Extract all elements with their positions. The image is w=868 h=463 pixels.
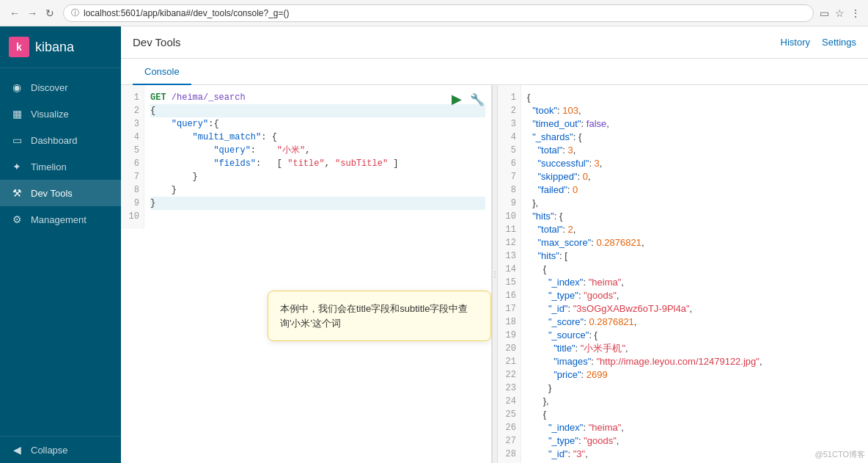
resp-line-10: "hits": { bbox=[527, 210, 862, 223]
response-code: { "took": 103, "timed_out": false, "_sha… bbox=[521, 85, 868, 463]
code-line-3: "query":{ bbox=[150, 117, 485, 131]
collapse-label: Collapse bbox=[31, 445, 68, 456]
resp-line-21: "images": "http://image.leyou.com/124791… bbox=[527, 355, 862, 368]
kibana-logo-text: kibana bbox=[35, 40, 74, 55]
resp-line-8: "failed": 0 bbox=[527, 183, 862, 197]
kibana-logo-icon: k bbox=[9, 37, 29, 57]
watermark: @51CTO博客 bbox=[815, 449, 865, 460]
security-icon: ⓘ bbox=[71, 7, 79, 18]
bookmark-icon[interactable]: ☆ bbox=[835, 7, 845, 19]
resp-line-22: "price": 2699 bbox=[527, 368, 862, 382]
page-title: Dev Tools bbox=[133, 36, 181, 48]
main-content: Dev Tools History Settings Console ▶ 🔧 bbox=[121, 26, 868, 463]
sidebar-label-visualize: Visualize bbox=[31, 109, 69, 120]
tabs-bar: Console bbox=[121, 59, 868, 85]
resp-line-11: "total": 2, bbox=[527, 223, 862, 236]
browser-bar: ← → ↻ ⓘ localhost:5601/app/kibana#/dev_t… bbox=[0, 0, 868, 26]
sidebar-item-timelion[interactable]: ✦ Timelion bbox=[0, 153, 121, 180]
management-icon: ⚙ bbox=[10, 214, 23, 225]
devtools-icon: ⚒ bbox=[10, 187, 23, 199]
menu-icon[interactable]: ⋮ bbox=[850, 7, 861, 19]
browser-actions: ▭ ☆ ⋮ bbox=[820, 7, 861, 19]
sidebar-item-discover[interactable]: ◉ Discover bbox=[0, 74, 121, 101]
resp-line-2: "took": 103, bbox=[527, 104, 862, 117]
top-bar-actions: History Settings bbox=[781, 37, 856, 48]
resp-line-13: "hits": [ bbox=[527, 249, 862, 263]
sidebar-label-devtools: Dev Tools bbox=[31, 188, 73, 199]
sidebar-logo: k kibana bbox=[0, 26, 121, 68]
editor-code-content: GET /heima/_search { "query":{ "multi_ma… bbox=[144, 85, 491, 229]
resp-line-23: } bbox=[527, 382, 862, 395]
resp-line-15: "_index": "heima", bbox=[527, 276, 862, 289]
visualize-icon: ▦ bbox=[10, 108, 23, 120]
sidebar-label-timelion: Timelion bbox=[31, 161, 67, 172]
browser-nav: ← → ↻ bbox=[7, 6, 57, 21]
refresh-button[interactable]: ↻ bbox=[43, 6, 57, 21]
code-line-2: { bbox=[150, 104, 485, 117]
sidebar-collapse-button[interactable]: ◀ Collapse bbox=[0, 436, 121, 463]
resp-line-3: "timed_out": false, bbox=[527, 117, 862, 131]
resp-line-12: "max_score": 0.2876821, bbox=[527, 236, 862, 249]
sidebar: k kibana ◉ Discover ▦ Visualize ▭ Dashbo… bbox=[0, 26, 121, 463]
tooltip-text: 本例中，我们会在title字段和subtitle字段中查询'小米'这个词 bbox=[280, 303, 468, 329]
back-button[interactable]: ← bbox=[7, 6, 22, 21]
discover-icon: ◉ bbox=[10, 81, 23, 93]
code-line-5: "query": "小米", bbox=[150, 144, 485, 157]
sidebar-label-management: Management bbox=[31, 214, 87, 225]
code-line-10 bbox=[150, 210, 485, 223]
sidebar-label-discover: Discover bbox=[31, 82, 68, 93]
timelion-icon: ✦ bbox=[10, 161, 23, 172]
dashboard-icon: ▭ bbox=[10, 134, 23, 146]
resp-line-26: "_index": "heima", bbox=[527, 421, 862, 434]
settings-link[interactable]: Settings bbox=[822, 37, 856, 48]
resp-line-28: "_id": "3", bbox=[527, 448, 862, 461]
editor-line-numbers: 1 2 3 4 5 6 7 8 9 10 bbox=[121, 85, 144, 229]
app: k kibana ◉ Discover ▦ Visualize ▭ Dashbo… bbox=[0, 26, 868, 463]
code-line-4: "multi_match": { bbox=[150, 131, 485, 144]
top-bar: Dev Tools History Settings bbox=[121, 26, 868, 59]
resp-line-14: { bbox=[527, 263, 862, 276]
resp-line-7: "skipped": 0, bbox=[527, 170, 862, 183]
resp-line-9: }, bbox=[527, 197, 862, 210]
resp-line-18: "_score": 0.2876821, bbox=[527, 316, 862, 329]
resp-line-1: { bbox=[527, 91, 862, 104]
code-editor[interactable]: 1 2 3 4 5 6 7 8 9 10 GET /heima/_s bbox=[121, 85, 491, 463]
url-text: localhost:5601/app/kibana#/dev_tools/con… bbox=[84, 8, 290, 18]
code-line-6: "fields": [ "title", "subTitle" ] bbox=[150, 157, 485, 170]
forward-button[interactable]: → bbox=[25, 6, 40, 21]
code-line-7: } bbox=[150, 170, 485, 183]
code-line-1: GET /heima/_search bbox=[150, 91, 485, 104]
resp-line-19: "_source": { bbox=[527, 329, 862, 342]
tab-console[interactable]: Console bbox=[133, 59, 191, 85]
sidebar-item-dashboard[interactable]: ▭ Dashboard bbox=[0, 127, 121, 153]
run-button[interactable]: ▶ bbox=[449, 91, 465, 107]
sidebar-nav: ◉ Discover ▦ Visualize ▭ Dashboard ✦ Tim… bbox=[0, 68, 121, 436]
code-line-9: } bbox=[150, 197, 485, 210]
response-pane[interactable]: 1 2 3 4 5 6 7 8 9 10 11 12 13 14 bbox=[498, 85, 868, 463]
editor-toolbar: ▶ 🔧 bbox=[449, 91, 485, 107]
resp-line-25: { bbox=[527, 408, 862, 421]
pane-divider[interactable]: ⋮ bbox=[492, 85, 498, 463]
resp-line-16: "_type": "goods", bbox=[527, 289, 862, 302]
sidebar-item-visualize[interactable]: ▦ Visualize bbox=[0, 101, 121, 127]
console-area: ▶ 🔧 1 2 3 4 5 6 7 8 9 bbox=[121, 85, 868, 463]
sidebar-item-devtools[interactable]: ⚒ Dev Tools bbox=[0, 180, 121, 206]
code-line-8: } bbox=[150, 183, 485, 197]
logo-letter: k bbox=[16, 41, 22, 53]
cast-icon[interactable]: ▭ bbox=[820, 7, 829, 19]
sidebar-item-management[interactable]: ⚙ Management bbox=[0, 206, 121, 233]
resp-line-6: "successful": 3, bbox=[527, 157, 862, 170]
resp-line-20: "title": "小米手机", bbox=[527, 342, 862, 355]
resp-line-17: "_id": "3sOGgXABwz6oTJ-9Pl4a", bbox=[527, 302, 862, 316]
resp-line-24: }, bbox=[527, 395, 862, 408]
wrench-button[interactable]: 🔧 bbox=[469, 91, 485, 107]
response-content: 1 2 3 4 5 6 7 8 9 10 11 12 13 14 bbox=[498, 85, 868, 463]
resp-line-4: "_shards": { bbox=[527, 131, 862, 144]
response-line-numbers: 1 2 3 4 5 6 7 8 9 10 11 12 13 14 bbox=[498, 85, 521, 463]
sidebar-label-dashboard: Dashboard bbox=[31, 135, 78, 146]
history-link[interactable]: History bbox=[781, 37, 810, 48]
resp-line-27: "_type": "goods", bbox=[527, 434, 862, 448]
address-bar[interactable]: ⓘ localhost:5601/app/kibana#/dev_tools/c… bbox=[63, 4, 814, 22]
collapse-icon: ◀ bbox=[10, 444, 23, 456]
tooltip-callout: 本例中，我们会在title字段和subtitle字段中查询'小米'这个词 bbox=[268, 291, 491, 341]
